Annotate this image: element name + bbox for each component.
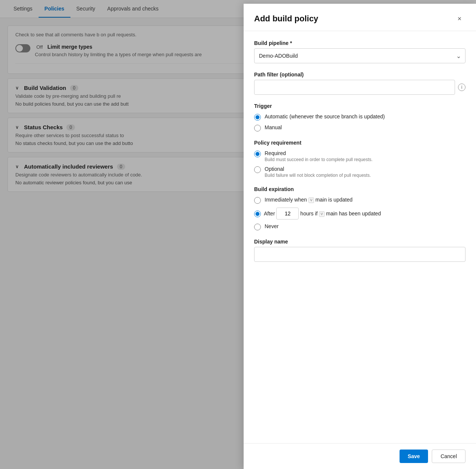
trigger-manual-radio[interactable] <box>254 125 261 131</box>
display-name-group: Display name <box>254 239 466 262</box>
build-pipeline-group: Build pipeline * Demo-ADOBuild ⌄ <box>254 40 466 63</box>
build-expiration-group: Build expiration Immediately when ⑂ main… <box>254 186 466 230</box>
trigger-manual[interactable]: Manual <box>254 124 466 131</box>
hours-input[interactable] <box>276 208 299 220</box>
display-name-input[interactable] <box>254 247 466 262</box>
policy-required-sublabel: Build must succeed in order to complete … <box>265 157 373 162</box>
cancel-button[interactable]: Cancel <box>432 450 466 463</box>
path-filter-label: Path filter (optional) <box>254 72 466 78</box>
trigger-radio-group: Automatic (whenever the source branch is… <box>254 114 466 131</box>
branch-icon-1: ⑂ <box>308 197 314 203</box>
trigger-automatic-label: Automatic (whenever the source branch is… <box>265 114 385 119</box>
dialog-title: Add build policy <box>254 14 318 24</box>
trigger-manual-label: Manual <box>265 124 282 130</box>
dialog-body: Build pipeline * Demo-ADOBuild ⌄ Path fi… <box>244 31 476 443</box>
build-expiration-label: Build expiration <box>254 186 466 192</box>
trigger-automatic[interactable]: Automatic (whenever the source branch is… <box>254 114 466 121</box>
display-name-label: Display name <box>254 239 466 245</box>
policy-optional-label: Optional <box>265 166 371 172</box>
pipeline-select-wrapper: Demo-ADOBuild ⌄ <box>254 48 466 63</box>
expiration-after-hours[interactable]: After hours if ⑂ main has been updated <box>254 208 466 220</box>
trigger-label: Trigger <box>254 103 466 109</box>
build-expiration-radio-group: Immediately when ⑂ main is updated After… <box>254 197 466 230</box>
path-filter-input-row: i <box>254 80 466 95</box>
policy-required[interactable]: Required Build must succeed in order to … <box>254 150 466 162</box>
policy-optional[interactable]: Optional Build failure will not block co… <box>254 166 466 178</box>
policy-optional-radio[interactable] <box>254 166 261 173</box>
expiration-never-label: Never <box>265 223 278 229</box>
expiration-never[interactable]: Never <box>254 223 466 230</box>
add-build-policy-dialog: Add build policy × Build pipeline * Demo… <box>244 4 476 469</box>
policy-req-label: Policy requirement <box>254 140 466 146</box>
policy-optional-text: Optional Build failure will not block co… <box>265 166 371 178</box>
expiration-after-radio[interactable] <box>254 211 261 217</box>
path-filter-input[interactable] <box>254 80 455 95</box>
save-button[interactable]: Save <box>400 450 428 463</box>
trigger-group: Trigger Automatic (whenever the source b… <box>254 103 466 131</box>
dialog-footer: Save Cancel <box>244 443 476 469</box>
build-pipeline-label: Build pipeline * <box>254 40 466 46</box>
branch-icon-2: ⑂ <box>319 211 325 217</box>
expiration-immediately[interactable]: Immediately when ⑂ main is updated <box>254 197 466 204</box>
policy-req-radio-group: Required Build must succeed in order to … <box>254 150 466 178</box>
policy-optional-sublabel: Build failure will not block completion … <box>265 173 371 178</box>
close-button[interactable]: × <box>454 13 466 25</box>
path-filter-group: Path filter (optional) i <box>254 72 466 95</box>
expiration-after-label: After hours if ⑂ main has been updated <box>264 208 381 220</box>
path-filter-info-icon[interactable]: i <box>458 84 466 91</box>
trigger-automatic-radio[interactable] <box>254 114 261 121</box>
policy-required-text: Required Build must succeed in order to … <box>265 150 373 162</box>
dialog-header: Add build policy × <box>244 4 476 31</box>
expiration-immediately-label: Immediately when ⑂ main is updated <box>265 197 352 203</box>
policy-required-label: Required <box>265 150 373 156</box>
pipeline-select[interactable]: Demo-ADOBuild <box>254 48 466 63</box>
policy-req-group: Policy requirement Required Build must s… <box>254 140 466 178</box>
policy-required-radio[interactable] <box>254 151 261 157</box>
expiration-immediately-radio[interactable] <box>254 197 261 204</box>
expiration-never-radio[interactable] <box>254 224 261 230</box>
